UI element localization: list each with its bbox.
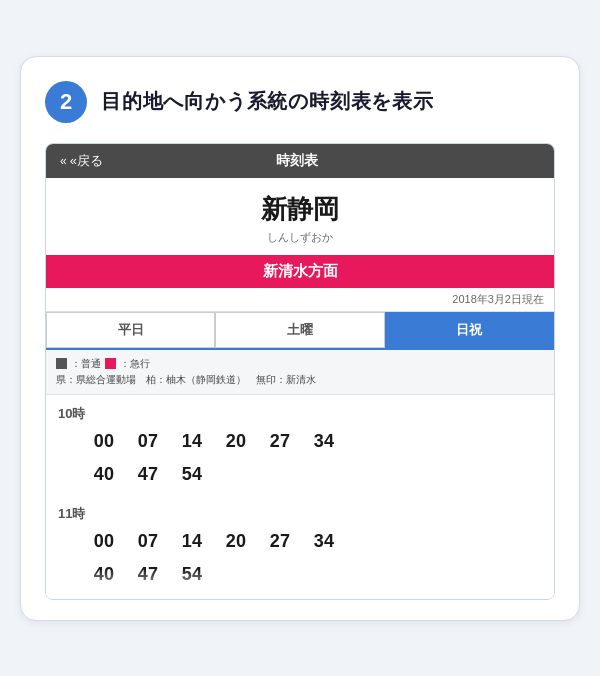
direction-label: 新清水方面 — [263, 262, 338, 279]
back-button[interactable]: « «戻る — [60, 152, 103, 170]
legend-line-1: ：普通 ：急行 — [56, 356, 544, 372]
legend-box-red — [105, 358, 116, 369]
step-number: 2 — [60, 89, 72, 115]
minute-10-14: 14 — [170, 427, 214, 456]
tab-holiday-label: 日祝 — [456, 322, 482, 337]
minute-10-34: 34 — [302, 427, 346, 456]
tab-weekday[interactable]: 平日 — [46, 312, 215, 348]
minutes-row-11-1: 00 07 14 20 27 34 — [46, 525, 554, 558]
minute-11-34: 34 — [302, 527, 346, 556]
date-label: 2018年3月2日現在 — [452, 293, 544, 305]
minute-10-47: 47 — [126, 460, 170, 489]
station-kanji: 新静岡 — [56, 192, 544, 227]
date-row: 2018年3月2日現在 — [46, 288, 554, 312]
legend-detail: 県：県総合運動場 柏：柚木（静岡鉄道） 無印：新清水 — [56, 372, 316, 388]
tab-weekday-label: 平日 — [118, 322, 144, 337]
minute-11-00: 00 — [82, 527, 126, 556]
outer-card: 2 目的地へ向かう系統の時刻表を表示 « «戻る 時刻表 新静岡 しんしずおか … — [20, 56, 580, 621]
legend-row: ：普通 ：急行 県：県総合運動場 柏：柚木（静岡鉄道） 無印：新清水 — [46, 350, 554, 395]
header-title: 目的地へ向かう系統の時刻表を表示 — [101, 88, 434, 115]
minute-10-20: 20 — [214, 427, 258, 456]
tab-saturday[interactable]: 土曜 — [215, 312, 384, 348]
header-row: 2 目的地へ向かう系統の時刻表を表示 — [45, 81, 555, 123]
legend-text-kyukou: ：急行 — [120, 356, 150, 372]
station-kana: しんしずおか — [56, 230, 544, 245]
minute-10-40: 40 — [82, 460, 126, 489]
tab-saturday-label: 土曜 — [287, 322, 313, 337]
minutes-row-11-2: 40 47 54 — [46, 558, 554, 591]
minute-10-27: 27 — [258, 427, 302, 456]
station-name-area: 新静岡 しんしずおか — [46, 178, 554, 255]
back-label: «戻る — [70, 152, 103, 170]
hour-label-10: 10時 — [46, 399, 554, 425]
minute-11-07: 07 — [126, 527, 170, 556]
back-chevron-icon: « — [60, 154, 67, 168]
minutes-row-10-2: 40 47 54 — [46, 458, 554, 491]
tab-holiday[interactable]: 日祝 — [385, 312, 554, 348]
hour-label-11: 11時 — [46, 499, 554, 525]
timetable-body: 10時 00 07 14 20 27 34 40 47 54 11時 — [46, 395, 554, 599]
legend-line-2: 県：県総合運動場 柏：柚木（静岡鉄道） 無印：新清水 — [56, 372, 544, 388]
minute-11-27: 27 — [258, 527, 302, 556]
legend-text-futsuu: ：普通 — [71, 356, 101, 372]
minute-11-40: 40 — [82, 560, 126, 589]
minutes-row-10-1: 00 07 14 20 27 34 — [46, 425, 554, 458]
topbar-title: 時刻表 — [103, 152, 492, 170]
phone-frame: « «戻る 時刻表 新静岡 しんしずおか 新清水方面 2018年3月2日現在 平… — [45, 143, 555, 600]
tabs-row: 平日 土曜 日祝 — [46, 312, 554, 350]
minute-11-20: 20 — [214, 527, 258, 556]
minute-10-07: 07 — [126, 427, 170, 456]
minute-11-54: 54 — [170, 560, 214, 589]
minute-11-47: 47 — [126, 560, 170, 589]
minute-11-14: 14 — [170, 527, 214, 556]
hour-section-11: 11時 00 07 14 20 27 34 40 47 54 — [46, 495, 554, 595]
phone-topbar: « «戻る 時刻表 — [46, 144, 554, 178]
minute-10-54: 54 — [170, 460, 214, 489]
step-circle: 2 — [45, 81, 87, 123]
hour-section-10: 10時 00 07 14 20 27 34 40 47 54 — [46, 395, 554, 495]
minute-10-00: 00 — [82, 427, 126, 456]
direction-bar: 新清水方面 — [46, 255, 554, 288]
legend-box-gray — [56, 358, 67, 369]
